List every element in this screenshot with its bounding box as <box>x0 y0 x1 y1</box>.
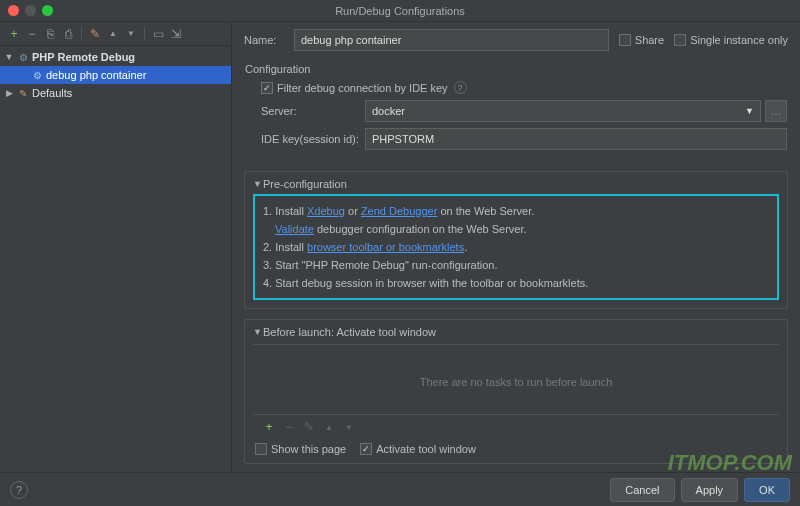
bl-add-icon[interactable]: + <box>261 419 277 435</box>
preconfiguration-section: ▼Pre-configuration 1. Install Xdebug or … <box>244 171 788 309</box>
name-label: Name: <box>244 34 284 46</box>
remove-icon[interactable]: − <box>24 26 40 42</box>
collapse-icon[interactable]: ⇲ <box>168 26 184 42</box>
window-title: Run/Debug Configurations <box>0 5 800 17</box>
bl-remove-icon: − <box>281 419 297 435</box>
single-instance-checkbox[interactable]: Single instance only <box>674 34 788 46</box>
idekey-label: IDE key(session id): <box>245 133 365 145</box>
tree-label: PHP Remote Debug <box>32 51 135 63</box>
tree-label: Defaults <box>32 87 72 99</box>
bl-down-icon: ▼ <box>341 419 357 435</box>
move-down-icon[interactable]: ▼ <box>123 26 139 42</box>
server-select[interactable]: docker ▼ <box>365 100 761 122</box>
tree-node-php-remote-debug[interactable]: ▼ ⚙ PHP Remote Debug <box>0 48 231 66</box>
chevron-down-icon: ▼ <box>745 106 754 116</box>
zend-link[interactable]: Zend Debugger <box>361 205 437 217</box>
help-button[interactable]: ? <box>10 481 28 499</box>
copy-icon[interactable]: ⎘ <box>42 26 58 42</box>
move-up-icon[interactable]: ▲ <box>105 26 121 42</box>
name-input[interactable] <box>294 29 609 51</box>
preconfiguration-header[interactable]: ▼Pre-configuration <box>253 178 779 190</box>
preconfiguration-box: 1. Install Xdebug or Zend Debugger on th… <box>253 194 779 300</box>
add-icon[interactable]: + <box>6 26 22 42</box>
dialog-footer: ? Cancel Apply OK <box>0 472 800 506</box>
apply-button[interactable]: Apply <box>681 478 739 502</box>
config-toolbar: + − ⎘ ⎙ ✎ ▲ ▼ ▭ ⇲ <box>0 22 231 46</box>
activate-window-checkbox[interactable]: ✓Activate tool window <box>360 443 476 455</box>
bl-up-icon: ▲ <box>321 419 337 435</box>
bl-edit-icon: ✎ <box>301 419 317 435</box>
tree-label: debug php container <box>46 69 146 81</box>
titlebar: Run/Debug Configurations <box>0 0 800 22</box>
cancel-button[interactable]: Cancel <box>610 478 674 502</box>
share-checkbox[interactable]: Share <box>619 34 664 46</box>
xdebug-link[interactable]: Xdebug <box>307 205 345 217</box>
validate-link[interactable]: Validate <box>275 223 314 235</box>
before-launch-section: ▼Before launch: Activate tool window The… <box>244 319 788 464</box>
wrench-icon[interactable]: ✎ <box>87 26 103 42</box>
ok-button[interactable]: OK <box>744 478 790 502</box>
server-label: Server: <box>245 105 365 117</box>
folder-icon[interactable]: ▭ <box>150 26 166 42</box>
tree-node-debug-php-container[interactable]: ⚙ debug php container <box>0 66 231 84</box>
config-form: Name: Share Single instance only Configu… <box>232 22 800 472</box>
server-browse-button[interactable]: … <box>765 100 787 122</box>
idekey-input[interactable] <box>365 128 787 150</box>
filter-ide-checkbox[interactable]: ✓Filter debug connection by IDE key <box>261 82 448 94</box>
configuration-header: Configuration <box>245 63 787 75</box>
config-tree: ▼ ⚙ PHP Remote Debug ⚙ debug php contain… <box>0 46 231 472</box>
help-icon[interactable]: ? <box>454 81 467 94</box>
sidebar: + − ⎘ ⎙ ✎ ▲ ▼ ▭ ⇲ ▼ ⚙ PHP Remote Debug ⚙… <box>0 22 232 472</box>
tree-node-defaults[interactable]: ▶ ✎ Defaults <box>0 84 231 102</box>
save-icon[interactable]: ⎙ <box>60 26 76 42</box>
toolbar-link[interactable]: browser toolbar or bookmarklets <box>307 241 464 253</box>
before-launch-header[interactable]: ▼Before launch: Activate tool window <box>245 320 787 340</box>
show-page-checkbox[interactable]: Show this page <box>255 443 346 455</box>
before-launch-empty: There are no tasks to run before launch <box>253 344 779 414</box>
